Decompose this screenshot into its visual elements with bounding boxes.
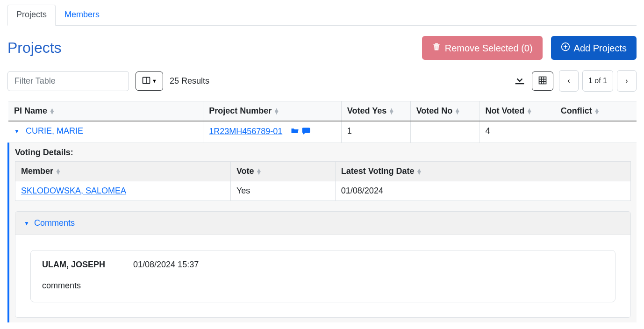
projects-table: PI Name Project Number Voted Yes Voted N… — [7, 101, 637, 322]
add-projects-label: Add Projects — [574, 43, 627, 54]
columns-toggle-button[interactable]: ▼ — [136, 72, 163, 91]
comment-card: ULAM, JOSEPH 01/08/2024 15:37 comments — [30, 250, 615, 302]
col-conflict[interactable]: Conflict — [555, 101, 637, 122]
grid-icon — [538, 76, 547, 86]
inner-col-member[interactable]: Member — [15, 162, 231, 181]
table-row: ▼ CURIE, MARIE 1R23MH456789-01 1 — [8, 121, 637, 143]
cell-not-voted: 4 — [479, 121, 555, 143]
columns-icon — [142, 76, 151, 86]
comment-text: comments — [42, 281, 604, 291]
col-project-number[interactable]: Project Number — [203, 101, 342, 122]
vote-date: 01/08/2024 — [335, 181, 630, 201]
sort-icon — [526, 108, 532, 114]
comments-toggle[interactable]: ▼ Comments — [15, 212, 630, 235]
sort-icon — [55, 169, 61, 175]
inner-col-vote[interactable]: Vote — [230, 162, 335, 181]
vote-value: Yes — [230, 181, 335, 201]
download-icon[interactable] — [513, 73, 526, 88]
pi-name-link[interactable]: CURIE, MARIE — [26, 126, 83, 136]
results-count: 25 Results — [170, 76, 209, 86]
col-voted-no[interactable]: Voted No — [410, 101, 479, 122]
add-projects-button[interactable]: Add Projects — [551, 36, 637, 60]
comment-icon[interactable] — [301, 126, 311, 138]
page-indicator: 1 of 1 — [582, 70, 613, 92]
caret-down-icon: ▼ — [24, 220, 29, 227]
sort-icon — [454, 108, 460, 114]
project-number-link[interactable]: 1R23MH456789-01 — [209, 127, 282, 136]
row-expand-toggle[interactable]: ▼ — [14, 128, 20, 135]
sort-icon — [256, 169, 262, 175]
sort-icon — [594, 108, 600, 114]
sort-icon — [416, 169, 422, 175]
tab-members[interactable]: Members — [56, 5, 108, 26]
inner-col-member-label: Member — [21, 166, 53, 176]
tab-projects[interactable]: Projects — [7, 5, 56, 26]
voting-details-title: Voting Details: — [15, 148, 631, 157]
remove-selected-label: Remove Selected (0) — [445, 43, 533, 54]
inner-col-vote-label: Vote — [236, 166, 254, 176]
sort-icon — [388, 108, 394, 114]
col-pi-name[interactable]: PI Name — [8, 101, 203, 122]
sort-icon — [49, 108, 55, 114]
trash-icon — [432, 42, 441, 54]
folder-open-icon[interactable] — [290, 126, 300, 138]
inner-col-date[interactable]: Latest Voting Date — [335, 162, 630, 181]
comment-author: ULAM, JOSEPH — [42, 260, 105, 270]
filter-input[interactable] — [7, 71, 129, 91]
col-voted-yes[interactable]: Voted Yes — [341, 101, 410, 122]
page-title: Projects — [7, 39, 62, 57]
col-yes-label: Voted Yes — [347, 106, 386, 115]
chevron-right-icon: › — [625, 77, 628, 85]
member-link[interactable]: SKLODOWSKA, SALOMEA — [21, 186, 126, 195]
plus-circle-icon — [561, 42, 570, 54]
inner-col-date-label: Latest Voting Date — [341, 166, 415, 176]
nav-tabs: Projects Members — [7, 5, 637, 26]
sort-icon — [273, 108, 279, 114]
col-no-label: Voted No — [416, 106, 453, 115]
col-project-label: Project Number — [209, 106, 272, 115]
col-notvoted-label: Not Voted — [485, 106, 524, 115]
caret-down-icon: ▼ — [152, 78, 157, 84]
comment-timestamp: 01/08/2024 15:37 — [133, 260, 199, 270]
prev-page-button[interactable]: ‹ — [559, 70, 579, 92]
cell-conflict — [555, 121, 637, 143]
next-page-button[interactable]: › — [617, 70, 637, 92]
col-conflict-label: Conflict — [561, 106, 592, 115]
col-not-voted[interactable]: Not Voted — [479, 101, 555, 122]
comments-header-label: Comments — [34, 218, 75, 228]
chevron-left-icon: ‹ — [567, 77, 570, 85]
col-pi-name-label: PI Name — [14, 106, 47, 115]
voting-detail-row: SKLODOWSKA, SALOMEA Yes 01/08/2024 — [15, 181, 631, 201]
cell-voted-yes: 1 — [341, 121, 410, 143]
cell-voted-no — [410, 121, 479, 143]
comments-panel: ▼ Comments ULAM, JOSEPH 01/08/2024 15:37… — [15, 211, 631, 318]
svg-rect-3 — [539, 77, 546, 84]
expanded-details-row: Voting Details: Member Vote Latest Votin… — [8, 143, 637, 323]
remove-selected-button[interactable]: Remove Selected (0) — [422, 36, 543, 60]
voting-details-table: Member Vote Latest Voting Date SKLODOWSK… — [15, 161, 631, 201]
grid-view-button[interactable] — [532, 72, 553, 91]
